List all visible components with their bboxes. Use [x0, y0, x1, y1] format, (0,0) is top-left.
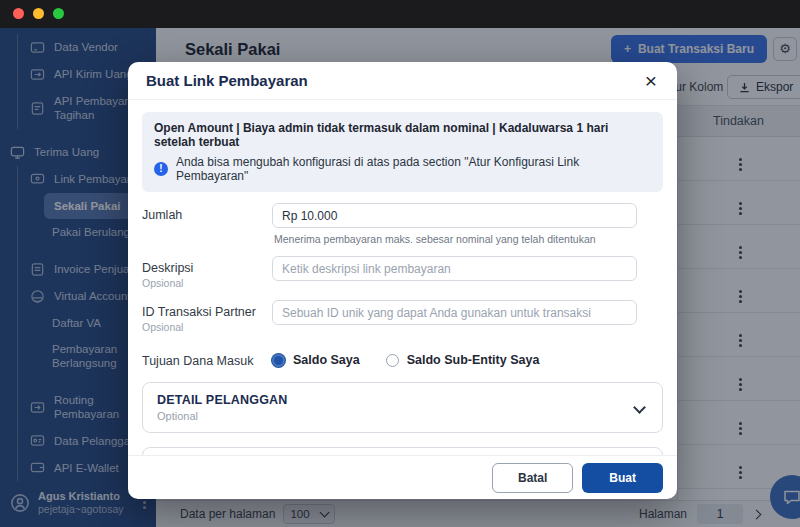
- partner-id-input[interactable]: [272, 300, 637, 325]
- cancel-button[interactable]: Batal: [492, 463, 573, 493]
- amount-field-row: Jumlah Menerima pembayaran maks. sebesar…: [142, 203, 663, 245]
- description-input[interactable]: [272, 256, 637, 281]
- partner-transaction-id-row: ID Transaksi Partner Opsional: [142, 300, 663, 333]
- radio-saldo-sub-entity[interactable]: Saldo Sub-Entity Saya: [386, 353, 540, 367]
- modal-body: Open Amount | Biaya admin tidak termasuk…: [128, 100, 677, 455]
- radio-label: Saldo Sub-Entity Saya: [407, 353, 540, 367]
- close-icon[interactable]: ×: [643, 70, 659, 91]
- modal-header: Buat Link Pembayaran ×: [128, 62, 677, 100]
- minimize-window-button[interactable]: [33, 8, 44, 19]
- description-optional-tag: Opsional: [142, 277, 272, 289]
- destination-label: Tujuan Dana Masuk: [142, 349, 272, 368]
- create-payment-link-modal: Buat Link Pembayaran × Open Amount | Bia…: [128, 62, 677, 499]
- destination-balance-row: Tujuan Dana Masuk Saldo Saya Saldo Sub-E…: [142, 349, 663, 368]
- description-field-row: Deskripsi Opsional: [142, 256, 663, 289]
- section-subtitle: Optional: [157, 410, 288, 422]
- radio-unselected-icon: [386, 354, 399, 367]
- amount-helper-text: Menerima pembayaran maks. sebesar nomina…: [274, 233, 637, 245]
- create-button[interactable]: Buat: [582, 463, 663, 493]
- radio-label: Saldo Saya: [293, 353, 360, 367]
- payment-config-section-toggle[interactable]: ATUR KONFIGURASI PEMBAYARAN Jenis Nomina…: [142, 447, 663, 455]
- radio-saldo-saya[interactable]: Saldo Saya: [272, 353, 360, 367]
- amount-input[interactable]: [272, 203, 637, 228]
- zoom-window-button[interactable]: [53, 8, 64, 19]
- config-summary-banner: Open Amount | Biaya admin tidak termasuk…: [142, 112, 663, 192]
- modal-title: Buat Link Pembayaran: [146, 72, 308, 89]
- section-title: DETAIL PELANGGAN: [157, 393, 288, 407]
- modal-footer: Batal Buat: [128, 455, 677, 499]
- info-icon: !: [154, 162, 168, 176]
- chevron-down-icon: [633, 401, 646, 414]
- banner-info-text: Anda bisa mengubah konfigurasi di atas p…: [176, 155, 651, 183]
- banner-summary-text: Open Amount | Biaya admin tidak termasuk…: [154, 121, 651, 149]
- description-label: Deskripsi: [142, 256, 272, 275]
- amount-label: Jumlah: [142, 203, 272, 222]
- window-titlebar: [0, 0, 800, 28]
- partner-id-label: ID Transaksi Partner: [142, 300, 272, 319]
- radio-selected-icon: [272, 354, 285, 367]
- customer-detail-section-toggle[interactable]: DETAIL PELANGGAN Optional: [142, 382, 663, 433]
- close-window-button[interactable]: [13, 8, 24, 19]
- partner-id-optional-tag: Opsional: [142, 321, 272, 333]
